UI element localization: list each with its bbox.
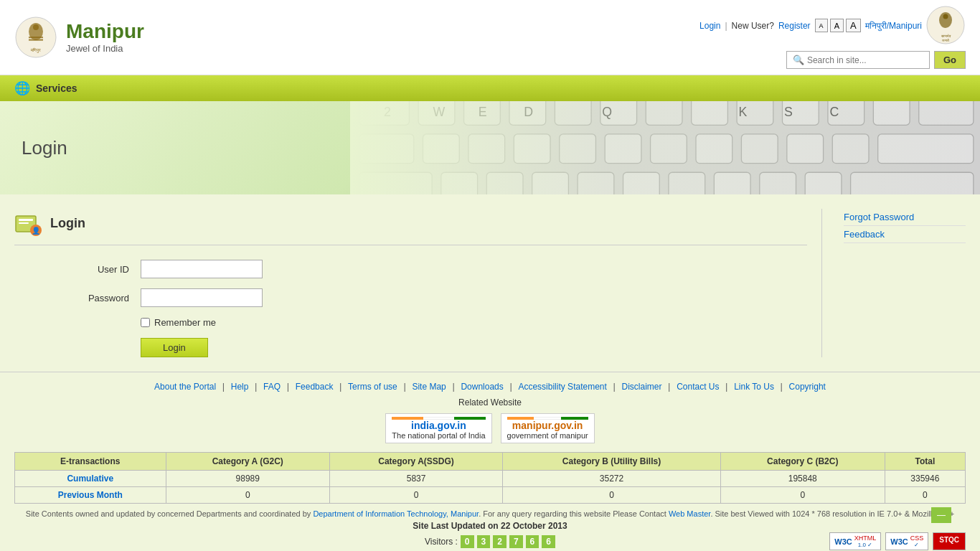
footer-wrapper: About the Portal | Help | FAQ | Feedback… <box>0 372 980 551</box>
cumulative-label: Cumulative <box>15 471 166 487</box>
india-portal-title: india.gov.in <box>411 420 466 431</box>
visitor-digit-5: 6 <box>526 535 540 548</box>
header: मणिपुर Manipur Jewel of India Login | Ne… <box>0 0 980 75</box>
footer-disclaimer-link[interactable]: Disclaimer <box>621 382 661 392</box>
footer-faq-link[interactable]: FAQ <box>263 382 281 392</box>
footer-about-link[interactable]: About the Portal <box>154 382 216 392</box>
stats-col-ssdg: Category A(SSDG) <box>329 453 502 471</box>
login-form-section: 👤 Login User ID Password Remember me Log… <box>14 209 822 357</box>
stats-row-cumulative: Cumulative 98989 5837 35272 195848 33594… <box>15 471 966 487</box>
scroll-top-button[interactable]: — <box>931 507 951 523</box>
login-icon: 👤 <box>14 209 43 237</box>
search-row: 🔍 Go <box>786 51 966 69</box>
userid-input[interactable] <box>141 260 263 278</box>
visitor-digit-2: 3 <box>477 535 491 548</box>
cumulative-ssdg: 5837 <box>329 471 502 487</box>
password-label: Password <box>57 293 129 303</box>
language-link[interactable]: मनिपुरी/Manipuri <box>865 21 922 31</box>
dit-link[interactable]: Department of Information Technology, Ma… <box>313 509 479 518</box>
forgot-password-link[interactable]: Forgot Password <box>844 209 966 226</box>
svg-rect-59 <box>19 222 29 224</box>
search-box[interactable]: 🔍 <box>786 51 930 69</box>
related-logos: india.gov.in The national portal of Indi… <box>14 413 966 443</box>
india-portal-badge[interactable]: india.gov.in The national portal of Indi… <box>385 413 491 443</box>
login-submit-button[interactable]: Login <box>141 338 208 357</box>
navigation-bar: 🌐 Services <box>0 75 980 101</box>
footer-downloads-link[interactable]: Downloads <box>461 382 503 392</box>
manipur-portal-subtitle: government of manipur <box>507 431 588 440</box>
w3c-xhtml-badge: W3C XHTML 1.0 ✓ <box>829 532 881 550</box>
feedback-link[interactable]: Feedback <box>844 226 966 243</box>
svg-text:जयते: जयते <box>941 38 949 42</box>
login-btn-row: Login <box>14 338 807 357</box>
userid-row: User ID <box>14 260 807 278</box>
stats-col-etrans: E-transactions <box>15 453 166 471</box>
footer-accessibility-link[interactable]: Accessibility Statement <box>518 382 606 392</box>
search-icon: 🔍 <box>793 55 804 65</box>
site-subtitle: Jewel of India <box>66 43 144 54</box>
svg-point-8 <box>943 14 948 19</box>
svg-point-2 <box>33 24 39 30</box>
visitor-digit-1: 0 <box>461 535 474 548</box>
cumulative-utility: 35272 <box>503 471 721 487</box>
state-emblem-icon: मणिपुर <box>14 16 57 59</box>
search-input[interactable] <box>807 55 923 65</box>
site-title: Manipur <box>66 21 144 43</box>
remember-label: Remember me <box>154 317 216 328</box>
svg-rect-58 <box>19 219 33 221</box>
cumulative-g2c: 98989 <box>166 471 329 487</box>
login-section-title: Login <box>50 216 85 231</box>
footer-sitemap-link[interactable]: Site Map <box>412 382 446 392</box>
footer-copyright-link[interactable]: Copyright <box>789 382 826 392</box>
go-button[interactable]: Go <box>934 51 966 69</box>
footer-links: About the Portal | Help | FAQ | Feedback… <box>14 381 966 392</box>
visitors-label: Visitors : <box>425 537 458 547</box>
header-right: Login | New User? Register A A A मनिपुरी… <box>699 6 966 69</box>
footer-help-link[interactable]: Help <box>231 382 249 392</box>
banner-title: Login <box>22 137 67 159</box>
separator: | <box>725 21 727 31</box>
visitor-digit-4: 7 <box>509 535 523 548</box>
cumulative-total: 335946 <box>885 471 965 487</box>
remember-checkbox[interactable] <box>141 318 150 327</box>
visitor-digit-3: 2 <box>493 535 507 548</box>
w3c-css-badge: W3C CSS ✓ <box>885 532 928 550</box>
globe-icon: 🌐 <box>14 80 30 96</box>
login-link[interactable]: Login <box>699 21 720 31</box>
footer-linktous-link[interactable]: Link To Us <box>734 382 774 392</box>
site-info-text: Site Contents owned and updated by conce… <box>14 509 966 518</box>
stats-table: E-transactions Category A (G2C) Category… <box>14 452 966 504</box>
svg-text:👤: 👤 <box>32 226 41 235</box>
webmaster-link[interactable]: Web Master <box>669 509 711 518</box>
remember-row: Remember me <box>14 317 807 328</box>
previous-total: 0 <box>885 487 965 504</box>
stats-col-b2c: Category C (B2C) <box>720 453 885 471</box>
top-links: Login | New User? Register A A A मनिपुरी… <box>699 6 966 45</box>
font-large-button[interactable]: A <box>846 19 861 32</box>
related-websites-label: Related Website <box>14 397 966 408</box>
main-content: 👤 Login User ID Password Remember me Log… <box>0 194 980 372</box>
cumulative-b2c: 195848 <box>720 471 885 487</box>
font-size-controls: A A A <box>815 19 861 32</box>
last-updated: Site Last Updated on 22 October 2013 <box>14 521 966 531</box>
new-user-label: New User? <box>732 21 774 31</box>
footer-contact-link[interactable]: Contact Us <box>677 382 719 392</box>
site-logo-text: Manipur Jewel of India <box>66 21 144 54</box>
footer-terms-link[interactable]: Terms of use <box>348 382 397 392</box>
font-small-button[interactable]: A <box>815 19 828 32</box>
password-input[interactable] <box>141 288 263 307</box>
footer-feedback-link[interactable]: Feedback <box>296 382 334 392</box>
previous-ssdg: 0 <box>329 487 502 504</box>
previous-utility: 0 <box>503 487 721 504</box>
previous-label: Previous Month <box>15 487 166 504</box>
register-link[interactable]: Register <box>778 21 811 31</box>
page-banner: Login <box>0 101 980 194</box>
stats-col-total: Total <box>885 453 965 471</box>
previous-g2c: 0 <box>166 487 329 504</box>
stats-col-g2c: Category A (G2C) <box>166 453 329 471</box>
font-medium-button[interactable]: A <box>830 19 844 32</box>
services-label: Services <box>36 83 77 94</box>
stats-col-utility: Category B (Utility Bills) <box>503 453 721 471</box>
svg-text:मणिपुर: मणिपुर <box>30 47 41 53</box>
manipur-portal-badge[interactable]: manipur.gov.in government of manipur <box>501 413 595 443</box>
